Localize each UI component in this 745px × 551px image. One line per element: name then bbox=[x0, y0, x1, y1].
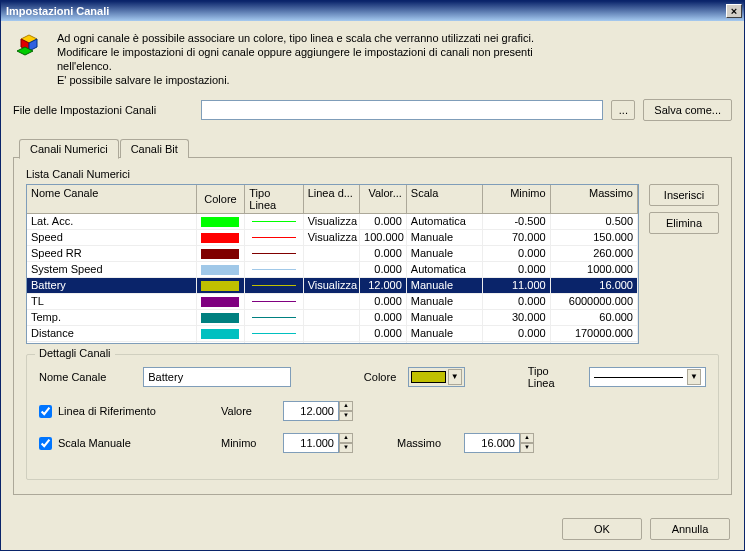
min-input[interactable] bbox=[283, 433, 339, 453]
insert-button[interactable]: Inserisci bbox=[649, 184, 719, 206]
intro-line: Modificare le impostazioni di ogni canal… bbox=[57, 45, 534, 59]
col-linetype[interactable]: Tipo Linea bbox=[245, 185, 303, 214]
settings-file-path[interactable] bbox=[201, 100, 603, 120]
footer: OK Annulla bbox=[1, 508, 744, 550]
line-sample bbox=[594, 377, 683, 378]
refline-label: Linea di Riferimento bbox=[58, 405, 156, 417]
settings-file-label: File delle Impostazioni Canali bbox=[13, 104, 193, 116]
color-label: Colore bbox=[364, 371, 396, 383]
details-groupbox: Dettagli Canali Nome Canale Colore ▼ Tip… bbox=[26, 354, 719, 480]
table-row[interactable]: Lat. Acc.Visualizza0.000Automatica-0.500… bbox=[27, 214, 638, 230]
details-row-3: Scala Manuale Minimo ▲▼ Massimo ▲▼ bbox=[39, 433, 706, 453]
spin-up-icon[interactable]: ▲ bbox=[520, 433, 534, 443]
browse-button[interactable]: ... bbox=[611, 100, 635, 120]
spin-down-icon[interactable]: ▼ bbox=[339, 443, 353, 453]
grid-area: Nome Canale Colore Tipo Linea Linea d...… bbox=[26, 184, 719, 344]
refline-checkbox[interactable]: Linea di Riferimento bbox=[39, 405, 209, 418]
delete-button[interactable]: Elimina bbox=[649, 212, 719, 234]
cancel-button[interactable]: Annulla bbox=[650, 518, 730, 540]
table-row[interactable]: BatteryVisualizza12.000Manuale11.00016.0… bbox=[27, 278, 638, 294]
spin-up-icon[interactable]: ▲ bbox=[339, 433, 353, 443]
scale-manual-label: Scala Manuale bbox=[58, 437, 131, 449]
grid-header: Nome Canale Colore Tipo Linea Linea d...… bbox=[27, 185, 638, 214]
settings-file-row: File delle Impostazioni Canali ... Salva… bbox=[13, 99, 732, 121]
table-row[interactable]: TL0.000Manuale0.0006000000.000 bbox=[27, 294, 638, 310]
dialog-window: Impostazioni Canali × Ad ogni canale è p… bbox=[0, 0, 745, 551]
details-legend: Dettagli Canali bbox=[35, 347, 115, 359]
col-color[interactable]: Colore bbox=[197, 185, 246, 214]
col-name[interactable]: Nome Canale bbox=[27, 185, 197, 214]
content-area: Ad ogni canale è possibile associare un … bbox=[1, 21, 744, 508]
grid-side-buttons: Inserisci Elimina bbox=[649, 184, 719, 344]
table-row[interactable]: SpeedVisualizza100.000Manuale70.000150.0… bbox=[27, 230, 638, 246]
tabs: Canali Numerici Canali Bit bbox=[19, 139, 732, 158]
scale-manual-checkbox[interactable]: Scala Manuale bbox=[39, 437, 209, 450]
intro-block: Ad ogni canale è possibile associare un … bbox=[13, 31, 732, 87]
list-title: Lista Canali Numerici bbox=[26, 168, 719, 180]
value-input[interactable] bbox=[283, 401, 339, 421]
max-spinner[interactable]: ▲▼ bbox=[464, 433, 534, 453]
col-valref[interactable]: Valor... bbox=[360, 185, 407, 214]
close-icon[interactable]: × bbox=[726, 4, 742, 18]
intro-text: Ad ogni canale è possibile associare un … bbox=[57, 31, 534, 87]
details-row-2: Linea di Riferimento Valore ▲▼ bbox=[39, 401, 706, 421]
intro-line: Ad ogni canale è possibile associare un … bbox=[57, 31, 534, 45]
table-row[interactable]: Speed FL0.000Automatica0.0001000.000 bbox=[27, 342, 638, 343]
details-row-1: Nome Canale Colore ▼ Tipo Linea ▼ bbox=[39, 365, 706, 389]
max-input[interactable] bbox=[464, 433, 520, 453]
color-picker[interactable]: ▼ bbox=[408, 367, 465, 387]
col-max[interactable]: Massimo bbox=[551, 185, 638, 214]
linetype-picker[interactable]: ▼ bbox=[589, 367, 706, 387]
chevron-down-icon[interactable]: ▼ bbox=[687, 369, 701, 385]
min-label: Minimo bbox=[221, 437, 271, 449]
col-scale[interactable]: Scala bbox=[407, 185, 483, 214]
table-row[interactable]: Distance0.000Manuale0.000170000.000 bbox=[27, 326, 638, 342]
col-min[interactable]: Minimo bbox=[483, 185, 551, 214]
spin-up-icon[interactable]: ▲ bbox=[339, 401, 353, 411]
cubes-icon bbox=[13, 33, 45, 65]
value-label: Valore bbox=[221, 405, 271, 417]
save-as-button[interactable]: Salva come... bbox=[643, 99, 732, 121]
color-swatch bbox=[411, 371, 446, 383]
channels-grid[interactable]: Nome Canale Colore Tipo Linea Linea d...… bbox=[26, 184, 639, 344]
ok-button[interactable]: OK bbox=[562, 518, 642, 540]
value-spinner[interactable]: ▲▼ bbox=[283, 401, 353, 421]
tab-numeric-channels[interactable]: Canali Numerici bbox=[19, 139, 119, 159]
refline-check-input[interactable] bbox=[39, 405, 52, 418]
tab-bit-channels[interactable]: Canali Bit bbox=[120, 139, 189, 158]
window-title: Impostazioni Canali bbox=[6, 5, 726, 17]
spin-down-icon[interactable]: ▼ bbox=[339, 411, 353, 421]
table-row[interactable]: System Speed0.000Automatica0.0001000.000 bbox=[27, 262, 638, 278]
min-spinner[interactable]: ▲▼ bbox=[283, 433, 353, 453]
spin-down-icon[interactable]: ▼ bbox=[520, 443, 534, 453]
chevron-down-icon[interactable]: ▼ bbox=[448, 369, 462, 385]
intro-line: E' possibile salvare le impostazioni. bbox=[57, 73, 534, 87]
col-linedref[interactable]: Linea d... bbox=[304, 185, 360, 214]
table-row[interactable]: Speed RR0.000Manuale0.000260.000 bbox=[27, 246, 638, 262]
titlebar: Impostazioni Canali × bbox=[1, 1, 744, 21]
table-row[interactable]: Temp.0.000Manuale30.00060.000 bbox=[27, 310, 638, 326]
linetype-label: Tipo Linea bbox=[528, 365, 578, 389]
max-label: Massimo bbox=[397, 437, 452, 449]
channel-name-input[interactable] bbox=[143, 367, 291, 387]
grid-body[interactable]: Lat. Acc.Visualizza0.000Automatica-0.500… bbox=[27, 214, 638, 343]
name-label: Nome Canale bbox=[39, 371, 131, 383]
tab-panel: Lista Canali Numerici Nome Canale Colore… bbox=[13, 157, 732, 495]
intro-line: nell'elenco. bbox=[57, 59, 534, 73]
scale-check-input[interactable] bbox=[39, 437, 52, 450]
